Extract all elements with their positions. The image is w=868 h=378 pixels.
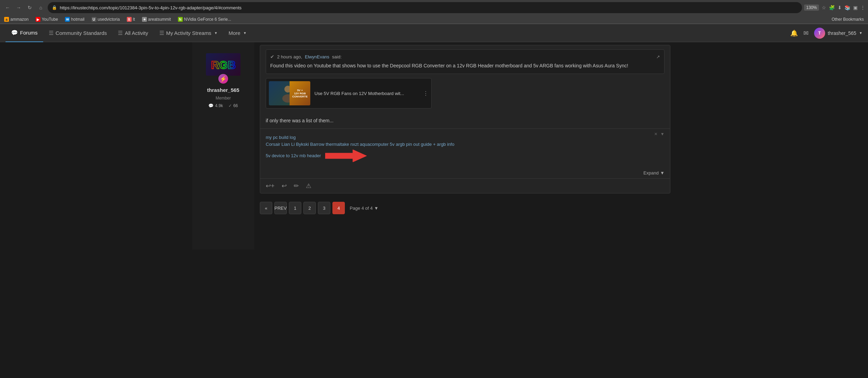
sig-device-link[interactable]: 5v device to 12v mb header [266, 153, 321, 158]
messages-icon[interactable]: ✉ [803, 29, 809, 37]
page-3-button[interactable]: 3 [318, 202, 330, 214]
post-actions: ↩+ ↩ ✏ ⚠ [260, 178, 670, 193]
page-1-button[interactable]: 1 [289, 202, 301, 214]
bookmark-amazon[interactable]: a ammazon [3, 16, 30, 22]
youtube-icon: ▶ [36, 17, 40, 22]
bookmark-nvidia-label: NVidia GeForce 6 Serie... [184, 17, 232, 22]
sig-arrow-icon[interactable]: ▼ [660, 132, 664, 136]
back-button[interactable]: ← [3, 3, 12, 12]
prev-page-button[interactable]: PREV [274, 202, 287, 214]
nav-forums[interactable]: 💬 Forums [6, 24, 43, 42]
edit-icon: ✏ [294, 182, 299, 190]
menu-icon[interactable]: ⋮ [860, 5, 865, 10]
overlay-line3: CONVERTE [292, 95, 308, 98]
quote-time: 2 hours ago, [277, 54, 302, 59]
user-avatar: T [814, 28, 825, 39]
quote-icon: ✔ [270, 54, 274, 59]
browser-toolbar: ← → ↻ ⌂ 🔒 https://linustechtips.com/topi… [0, 0, 868, 15]
library-icon[interactable]: 📚 [845, 5, 850, 10]
page-1-label: 1 [294, 206, 296, 211]
download-icon[interactable]: ⬇ [838, 5, 842, 10]
url-text: https://linustechtips.com/topic/1012384-… [60, 5, 798, 10]
video-inner: 5V + 12V RGB CONVERTE Use 5V RGB Fans on… [266, 78, 431, 108]
bookmark-usedvictoria[interactable]: U usedvictoria [90, 16, 121, 22]
bookmark-areatsummit[interactable]: ✦ areatsummit [141, 16, 172, 22]
quote-header: ✔ 2 hours ago, ElwynEvans said: ↗ [270, 54, 660, 59]
bookmark-youtube[interactable]: ▶ YouTube [34, 16, 59, 22]
notification-bell-icon[interactable]: 🔔 [790, 29, 798, 37]
sig-brands-link[interactable]: Corsair Lian Li Bykski Barrow thermaltak… [266, 142, 454, 147]
username-label: thrasher_565 [828, 30, 857, 36]
overlay-line1: 5V + [297, 89, 303, 92]
nav-my-activity[interactable]: ☰ My Activity Streams ▼ [154, 24, 223, 42]
quote-block: ✔ 2 hours ago, ElwynEvans said: ↗ Found … [266, 49, 664, 74]
sig-x-icon[interactable]: ✕ [654, 132, 658, 136]
browser-right-icons: 130% ☆ 🧩 ⬇ 📚 ▣ ⋮ [804, 4, 865, 11]
my-activity-icon: ☰ [159, 30, 164, 36]
quote-author: ElwynEvans [305, 54, 329, 59]
page-4-button[interactable]: 4 [332, 202, 345, 214]
post-body: if only there was a list of them... [260, 113, 670, 129]
video-embed[interactable]: 5V + 12V RGB CONVERTE Use 5V RGB Fans on… [266, 78, 432, 108]
forward-button[interactable]: → [14, 3, 23, 12]
quote-said: said: [332, 54, 341, 59]
page-3-label: 3 [323, 206, 325, 211]
amazon-icon: a [4, 17, 9, 22]
quote-text: Found this video on Youtube that shows h… [270, 62, 660, 69]
bookmark-youtube-label: YouTube [42, 17, 58, 22]
areatsummit-icon: ✦ [142, 17, 147, 22]
user-profile-button[interactable]: T thrasher_565 ▼ [814, 28, 862, 39]
bookmarks-bar: a ammazon ▶ YouTube ✉ hotmail U usedvict… [0, 15, 868, 24]
reply-button[interactable]: ↩ [282, 182, 287, 190]
first-page-button[interactable]: « [260, 202, 272, 214]
rank-badge-icon: ⚡ [218, 73, 229, 84]
page-of-text: Page 4 of 4 ▼ [350, 206, 378, 211]
expand-chevron-icon: ▼ [660, 170, 664, 176]
reputation-value: 66 [233, 103, 238, 108]
sidebar-avatar-bg: RGB [206, 53, 240, 76]
tabs-icon[interactable]: ▣ [853, 5, 858, 10]
sidebar-avatar-container: RGB ⚡ [206, 53, 240, 84]
expand-button[interactable]: Expand ▼ [260, 168, 670, 178]
quote-share-icon[interactable]: ↗ [656, 54, 660, 59]
nav-all-activity[interactable]: ☰ All Activity [112, 24, 154, 42]
prev-label: PREV [274, 206, 286, 211]
refresh-button[interactable]: ↻ [25, 3, 35, 12]
bookmark-lt[interactable]: lt lt [125, 16, 136, 22]
bookmark-star-icon[interactable]: ☆ [822, 5, 826, 10]
page-2-label: 2 [308, 206, 311, 211]
reputation-stat: ✓ 66 [228, 103, 238, 108]
sig-line-1: my pc build log [266, 134, 664, 140]
post-count-stat: 💬 4.9k [208, 103, 223, 108]
sig-corner-icons: ✕ ▼ [654, 132, 664, 136]
edit-button[interactable]: ✏ [294, 182, 299, 190]
rgb-logo-svg: RGB [209, 55, 237, 74]
reputation-icon: ✓ [228, 103, 232, 108]
bookmark-hotmail[interactable]: ✉ hotmail [64, 16, 86, 22]
report-button[interactable]: ⚠ [306, 182, 311, 190]
sig-build-log-link[interactable]: my pc build log [266, 135, 296, 140]
quote-reply-icon: ↩+ [266, 182, 275, 190]
nav-community-standards[interactable]: ☰ Community Standards [43, 24, 112, 42]
nav-more[interactable]: More ▼ [223, 24, 252, 42]
site-nav: 💬 Forums ☰ Community Standards ☰ All Act… [0, 24, 868, 42]
bookmark-nvidia[interactable]: N NVidia GeForce 6 Serie... [177, 16, 233, 22]
bookmark-lt-label: lt [133, 17, 135, 22]
bookmark-usedvictoria-label: usedvictoria [98, 17, 120, 22]
sig-line-3: 5v device to 12v mb header [266, 150, 367, 162]
ssl-lock-icon: 🔒 [52, 5, 57, 10]
bookmark-other[interactable]: Other Bookmarks [830, 16, 865, 22]
quote-reply-button[interactable]: ↩+ [266, 182, 275, 190]
video-thumbnail: 5V + 12V RGB CONVERTE [269, 81, 310, 105]
address-bar[interactable]: 🔒 https://linustechtips.com/topic/101238… [48, 2, 802, 13]
page-dropdown-icon[interactable]: ▼ [374, 206, 379, 211]
post-container: ✔ 2 hours ago, ElwynEvans said: ↗ Found … [260, 45, 670, 193]
bookmark-areatsummit-label: areatsummit [148, 17, 171, 22]
post-count-value: 4.9k [215, 103, 223, 108]
extensions-icon[interactable]: 🧩 [829, 5, 835, 10]
home-button[interactable]: ⌂ [36, 3, 46, 12]
svg-text:RGB: RGB [211, 59, 236, 71]
sidebar-user-card: RGB ⚡ thrasher_565 Member [192, 48, 254, 114]
video-options-icon[interactable]: ⋮ [423, 90, 428, 97]
page-2-button[interactable]: 2 [303, 202, 316, 214]
